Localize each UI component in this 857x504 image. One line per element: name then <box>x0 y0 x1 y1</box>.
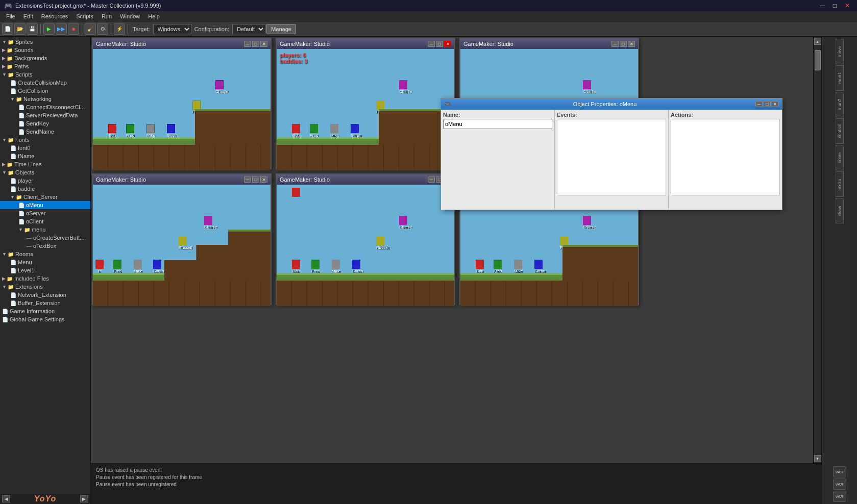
minimize-button[interactable]: ─ <box>817 2 828 9</box>
game-window-1[interactable]: GameMaker: Studio ─ □ ✕ Bob <box>92 38 272 169</box>
win2-close[interactable]: ✕ <box>444 41 451 47</box>
tab-man2[interactable]: man2 <box>836 92 844 117</box>
tree-item-oclient[interactable]: 📄oClient <box>0 217 90 225</box>
config-select[interactable]: Default <box>232 24 265 34</box>
tab-man1[interactable]: man1 <box>836 65 844 91</box>
right-var-btn-1[interactable]: VAR <box>833 466 846 477</box>
tree-item-networking[interactable]: ▼📁Networking <box>0 95 90 103</box>
menu-window[interactable]: Window <box>116 12 144 20</box>
tab-control[interactable]: control <box>836 118 844 144</box>
tree-item-fonts[interactable]: ▼📁Fonts <box>0 136 90 144</box>
game-window-5-titlebar[interactable]: GameMaker: Studio ─ □ ✕ <box>277 174 454 185</box>
tree-item-player[interactable]: 📄player <box>0 177 90 185</box>
win3-min[interactable]: ─ <box>611 41 619 47</box>
menu-help[interactable]: Help <box>144 12 164 20</box>
scrollbar-thumb[interactable] <box>815 50 821 70</box>
win3-close[interactable]: ✕ <box>628 41 635 47</box>
tree-item-menu[interactable]: ▼📁menu <box>0 225 90 234</box>
tree-item-extensions[interactable]: ▼📁Extensions <box>0 283 90 291</box>
tab-extra[interactable]: extra <box>836 171 844 197</box>
run-button[interactable]: ▶ <box>43 23 55 35</box>
menu-scripts[interactable]: Scripts <box>72 12 97 20</box>
right-var-btn-2[interactable]: VAR <box>833 478 846 490</box>
obj-props-titlebar[interactable]: 🎮 Object Properties: oMenu ─ □ ✕ <box>441 98 782 110</box>
name-input[interactable] <box>443 119 552 129</box>
stop-button[interactable]: ■ <box>68 23 79 35</box>
game-window-4-titlebar[interactable]: GameMaker: Studio ─ □ ✕ <box>93 174 271 185</box>
win1-close[interactable]: ✕ <box>260 41 267 47</box>
tree-item-buffer-ext[interactable]: 📄Buffer_Extension <box>0 299 90 307</box>
events-list[interactable] <box>557 119 666 195</box>
debug-button[interactable]: ▶▶ <box>56 23 67 35</box>
game-window-2-titlebar[interactable]: GameMaker: Studio ─ □ ✕ <box>277 39 454 49</box>
game-window-4[interactable]: GameMaker: Studio ─ □ ✕ b Fred <box>92 173 272 305</box>
tree-item-ocreateserverbtn[interactable]: —oCreateServerButt... <box>0 234 90 242</box>
tree-item-createcollisionmap[interactable]: 📄CreateCollisionMap <box>0 79 90 87</box>
open-button[interactable]: 📂 <box>14 23 26 35</box>
scrollbar-down-btn[interactable]: ▼ <box>814 455 821 462</box>
menu-file[interactable]: File <box>2 12 19 20</box>
new-button[interactable]: 📄 <box>2 23 13 35</box>
win2-min[interactable]: ─ <box>428 41 435 47</box>
compile-button[interactable]: ⚡ <box>114 23 125 35</box>
scrollbar-up-btn[interactable]: ▲ <box>814 38 821 45</box>
clean-button[interactable]: 🧹 <box>85 23 96 35</box>
tree-item-network-ext[interactable]: 📄Network_Extension <box>0 291 90 299</box>
tree-item-font0[interactable]: 📄font0 <box>0 144 90 152</box>
tree-item-connectdisconnect[interactable]: 📄ConnectDisconnectCl... <box>0 103 90 111</box>
tree-item-objects[interactable]: ▼📁Objects <box>0 168 90 177</box>
tree-item-menu-room[interactable]: 📄Menu <box>0 258 90 266</box>
tree-item-paths[interactable]: ▶📁Paths <box>0 62 90 70</box>
save-button[interactable]: 💾 <box>27 23 38 35</box>
win5-min[interactable]: ─ <box>428 177 435 183</box>
vertical-scrollbar[interactable]: ▲ ▼ <box>813 37 821 463</box>
tree-item-game-info[interactable]: 📄Game Information <box>0 307 90 315</box>
game-window-1-titlebar[interactable]: GameMaker: Studio ─ □ ✕ <box>93 39 271 49</box>
win4-close[interactable]: ✕ <box>260 177 267 183</box>
nav-left[interactable]: ◀ <box>2 495 10 502</box>
game-window-3-titlebar[interactable]: GameMaker: Studio ─ □ ✕ <box>460 39 638 49</box>
tree-item-sprites[interactable]: ▼📁Sprites <box>0 38 90 46</box>
tree-item-timelines[interactable]: ▶📁Time Lines <box>0 160 90 168</box>
tree-item-sendname[interactable]: 📄SendName <box>0 128 90 136</box>
right-var-btn-3[interactable]: VAR <box>833 491 846 502</box>
settings-button[interactable]: ⚙ <box>97 23 108 35</box>
win4-max[interactable]: □ <box>252 177 259 183</box>
close-button[interactable]: ✕ <box>842 2 853 9</box>
tree-item-getcollision[interactable]: 📄GetCollision <box>0 87 90 95</box>
tree-item-omenu[interactable]: 📄oMenu <box>0 201 90 209</box>
win1-min[interactable]: ─ <box>244 41 251 47</box>
tree-item-fname[interactable]: 📄fName <box>0 152 90 160</box>
obj-props-max[interactable]: □ <box>764 101 771 107</box>
game-window-5[interactable]: GameMaker: Studio ─ □ ✕ Bob Fred <box>276 173 455 305</box>
menu-edit[interactable]: Edit <box>19 12 37 20</box>
target-select[interactable]: Windows Mac Linux <box>153 24 191 34</box>
tree-item-level1[interactable]: 📄Level1 <box>0 266 90 274</box>
tree-item-included-files[interactable]: ▶📁Included Files <box>0 274 90 283</box>
game-window-2[interactable]: GameMaker: Studio ─ □ ✕ players: 6baddie… <box>276 38 455 169</box>
win4-min[interactable]: ─ <box>244 177 251 183</box>
win3-max[interactable]: □ <box>620 41 627 47</box>
obj-props-min[interactable]: ─ <box>755 101 763 107</box>
tree-item-serverrecieved[interactable]: 📄ServerRecievedData <box>0 111 90 119</box>
tree-item-oserver[interactable]: 📄oServer <box>0 209 90 217</box>
tree-item-otextbox[interactable]: —oTextBox <box>0 242 90 250</box>
tree-item-rooms[interactable]: ▼📁Rooms <box>0 250 90 258</box>
maximize-button[interactable]: □ <box>830 2 840 9</box>
tree-item-global-settings[interactable]: 📄Global Game Settings <box>0 315 90 323</box>
win1-max[interactable]: □ <box>252 41 259 47</box>
tab-draw[interactable]: draw <box>836 198 844 223</box>
tab-score[interactable]: score <box>836 145 844 170</box>
menu-run[interactable]: Run <box>97 12 116 20</box>
tree-item-sounds[interactable]: ▶📁Sounds <box>0 46 90 54</box>
tree-item-baddie[interactable]: 📄baddie <box>0 185 90 193</box>
object-properties-dialog[interactable]: 🎮 Object Properties: oMenu ─ □ ✕ Name: E… <box>440 98 782 210</box>
obj-props-close[interactable]: ✕ <box>772 101 779 107</box>
actions-list[interactable] <box>671 119 780 195</box>
manage-button[interactable]: Manage <box>266 24 296 34</box>
win2-max[interactable]: □ <box>436 41 443 47</box>
tree-item-sendkey[interactable]: 📄SendKey <box>0 119 90 128</box>
tree-item-backgrounds[interactable]: ▶📁Backgrounds <box>0 54 90 62</box>
menu-resources[interactable]: Resources <box>37 12 72 20</box>
tree-item-client-server[interactable]: ▼📁Client_Server <box>0 193 90 201</box>
